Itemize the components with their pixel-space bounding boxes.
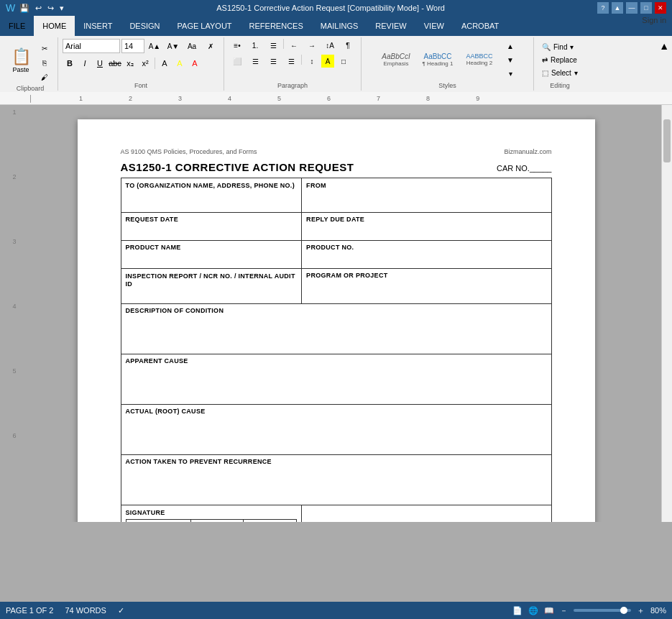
replace-icon: ⇄: [542, 56, 548, 64]
quick-access-more[interactable]: ▾: [60, 4, 64, 13]
copy-button[interactable]: ⎘: [36, 56, 53, 69]
paragraph-group: ≡• 1. ☰ ← → ↕A ¶ ⬜ ☰ ☰ ☰ ↕ A □ Paragraph: [224, 37, 362, 91]
tab-acrobat[interactable]: ACROBAT: [453, 16, 507, 36]
close-btn[interactable]: ✕: [655, 2, 666, 14]
shading-btn[interactable]: A: [321, 55, 334, 68]
subscript-button[interactable]: x₂: [123, 56, 137, 70]
request-date-label: REQUEST DATE: [126, 216, 298, 223]
paste-button[interactable]: 📋 Paste: [7, 41, 34, 81]
signature-label: SIGNATURE: [126, 509, 165, 516]
minimize-btn[interactable]: —: [626, 2, 638, 14]
vertical-scrollbar[interactable]: [661, 105, 672, 522]
tab-review[interactable]: REVIEW: [367, 16, 415, 36]
document-page: AS 9100 QMS Policies, Procedures, and Fo…: [78, 119, 595, 522]
font-grow-btn[interactable]: A▲: [146, 40, 163, 52]
line-spacing-btn[interactable]: ↕: [303, 55, 321, 68]
multilevel-list-btn[interactable]: ☰: [264, 39, 282, 52]
inspection-label: INSPECTION REPORT / NCR NO. / INTERNAL A…: [126, 272, 295, 288]
border-btn[interactable]: □: [335, 55, 352, 68]
ribbon-content: 📋 Paste ✂ ⎘ 🖌 Clipboard A▲ A▼ Aa ✗: [0, 36, 672, 92]
collapse-ribbon-btn[interactable]: ▲: [659, 40, 669, 52]
product-no-label: PRODUCT NO.: [306, 244, 546, 251]
tab-mailings[interactable]: MAILINGS: [312, 16, 367, 36]
styles-gallery: AaBbCcI Emphasis AaBbCC ¶ Heading 1 AABB…: [376, 50, 500, 69]
date-value-cell: DATE: [244, 520, 297, 523]
styles-scroll-down[interactable]: ▼: [502, 53, 519, 66]
action-taken-label: ACTION TAKEN TO PREVENT RECURRENCE: [126, 458, 547, 465]
product-name-cell: PRODUCT NAME: [121, 241, 302, 269]
quick-access-undo[interactable]: ↩: [35, 4, 42, 13]
help-btn[interactable]: ?: [597, 2, 609, 14]
style-emphasis[interactable]: AaBbCcI Emphasis: [376, 50, 416, 69]
quick-access-save[interactable]: 💾: [19, 4, 29, 13]
actual-cause-label: ACTUAL (ROOT) CAUSE: [126, 408, 547, 415]
align-center-btn[interactable]: ☰: [247, 55, 264, 68]
title-bar: W 💾 ↩ ↪ ▾ AS1250-1 Corrective Action Req…: [0, 0, 672, 16]
style-heading1[interactable]: AaBbCC ¶ Heading 1: [418, 50, 458, 69]
clear-formatting-btn[interactable]: ✗: [202, 40, 219, 52]
strikethrough-button[interactable]: abc: [108, 56, 122, 70]
text-effects-button[interactable]: A: [157, 56, 172, 70]
highlight-button[interactable]: A: [172, 56, 187, 70]
ribbon-collapse-btn[interactable]: ▲: [612, 2, 623, 14]
quick-access-redo[interactable]: ↪: [47, 4, 54, 13]
reply-due-date-label: REPLY DUE DATE: [306, 216, 546, 223]
doc-title: AS1250-1 CORRECTIVE ACTION REQUEST: [121, 161, 354, 173]
tab-view[interactable]: VIEW: [415, 16, 453, 36]
format-painter-button[interactable]: 🖌: [36, 70, 53, 83]
styles-scroll-up[interactable]: ▲: [502, 40, 519, 52]
numbering-btn[interactable]: 1.: [247, 39, 264, 52]
product-name-label: PRODUCT NAME: [126, 244, 298, 251]
signature-inner-table: TITLE DATE: [126, 519, 298, 522]
align-right-btn[interactable]: ☰: [264, 55, 282, 68]
tab-insert[interactable]: INSERT: [75, 16, 121, 36]
bullets-btn[interactable]: ≡•: [229, 39, 246, 52]
editing-group: 🔍 Find ▾ ⇄ Replace ⬚ Select ▾ Editing: [534, 37, 586, 91]
font-name-input[interactable]: [63, 39, 120, 53]
justify-btn[interactable]: ☰: [282, 55, 300, 68]
table-row: REQUEST DATE REPLY DUE DATE: [121, 213, 551, 241]
scrollbar-thumb[interactable]: [663, 119, 671, 162]
request-date-cell: REQUEST DATE: [121, 213, 302, 241]
table-row: DESCRIPTION OF CONDITION: [121, 304, 551, 354]
align-left-btn[interactable]: ⬜: [229, 55, 246, 68]
font-group: A▲ A▼ Aa ✗ B I U abc x₂ x² A A A Font: [58, 37, 224, 91]
sign-in-link[interactable]: Sign in: [642, 16, 672, 36]
tab-design[interactable]: DESIGN: [121, 16, 168, 36]
styles-more[interactable]: ▾: [502, 67, 519, 80]
program-label: PROGRAM OR PROJECT: [306, 272, 546, 279]
decrease-indent-btn[interactable]: ←: [285, 39, 303, 52]
program-cell: PROGRAM OR PROJECT: [302, 269, 551, 304]
superscript-button[interactable]: x²: [138, 56, 152, 70]
cut-button[interactable]: ✂: [36, 42, 53, 55]
bold-button[interactable]: B: [63, 56, 77, 70]
font-size-input[interactable]: [121, 39, 144, 53]
tab-home[interactable]: HOME: [34, 16, 75, 36]
header-right: Bizmanualz.com: [504, 148, 551, 155]
product-no-cell: PRODUCT NO.: [302, 241, 551, 269]
font-color-button[interactable]: A: [188, 56, 202, 70]
replace-button[interactable]: ⇄ Replace: [538, 55, 581, 65]
select-button[interactable]: ⬚ Select ▾: [538, 68, 581, 78]
style-heading2[interactable]: AABBCC Heading 2: [459, 50, 500, 69]
table-row: TO (ORGANIZATION NAME, ADDRESS, PHONE NO…: [121, 178, 551, 213]
tab-page-layout[interactable]: PAGE LAYOUT: [169, 16, 241, 36]
page-header: AS 9100 QMS Policies, Procedures, and Fo…: [121, 148, 552, 155]
description-cell: DESCRIPTION OF CONDITION: [121, 304, 551, 354]
tab-file[interactable]: FILE: [0, 16, 34, 36]
font-shrink-btn[interactable]: A▼: [165, 40, 182, 52]
find-button[interactable]: 🔍 Find ▾: [538, 42, 581, 52]
increase-indent-btn[interactable]: →: [303, 39, 321, 52]
change-case-btn[interactable]: Aa: [183, 40, 201, 52]
sort-btn[interactable]: ↕A: [321, 39, 339, 52]
show-marks-btn[interactable]: ¶: [339, 39, 356, 52]
underline-button[interactable]: U: [93, 56, 107, 70]
italic-button[interactable]: I: [78, 56, 92, 70]
inspection-cell: INSPECTION REPORT / NCR NO. / INTERNAL A…: [121, 269, 302, 304]
ruler: │ 1 2 3 4 5 6 7 8 9: [0, 92, 672, 105]
maximize-btn[interactable]: □: [640, 2, 652, 14]
tab-references[interactable]: REFERENCES: [241, 16, 312, 36]
car-no: CAR NO._____: [497, 164, 551, 173]
header-left: AS 9100 QMS Policies, Procedures, and Fo…: [121, 148, 257, 155]
title-value-cell: TITLE: [190, 520, 244, 523]
